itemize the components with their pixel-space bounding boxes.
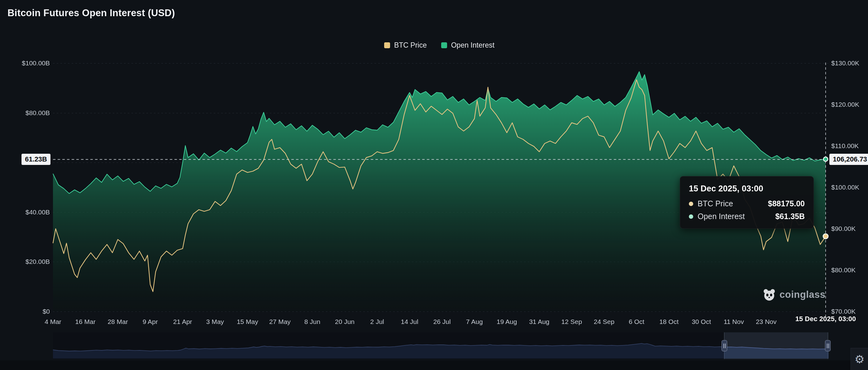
x-axis-label: 24 Sep bbox=[594, 318, 615, 326]
tooltip-row-label: Open Interest bbox=[698, 212, 745, 221]
tooltip-title: 15 Dec 2025, 03:00 bbox=[689, 184, 805, 194]
x-axis-label: 15 May bbox=[237, 318, 258, 326]
x-axis-label: 9 Apr bbox=[143, 318, 158, 326]
coinglass-chart-page: Bitcoin Futures Open Interest (USD) BTC … bbox=[0, 0, 868, 370]
x-axis-label: 19 Aug bbox=[497, 318, 517, 326]
x-axis-label: 2 Jul bbox=[370, 318, 384, 326]
crosshair-left-badge: 61.23B bbox=[22, 154, 51, 165]
gear-icon: ⚙ bbox=[855, 354, 865, 365]
x-axis-label: 12 Sep bbox=[561, 318, 582, 326]
tooltip-rows: BTC Price$88175.00Open Interest$61.35B bbox=[689, 199, 805, 221]
x-axis-label: 14 Jul bbox=[401, 318, 418, 326]
x-axis-label: 20 Jun bbox=[335, 318, 354, 326]
x-axis-label: 7 Aug bbox=[466, 318, 483, 326]
x-axis-label: 28 Mar bbox=[107, 318, 128, 326]
x-axis-label: 11 Nov bbox=[724, 318, 744, 326]
x-axis-label: 18 Oct bbox=[659, 318, 679, 326]
x-axis-label: 27 May bbox=[269, 318, 291, 326]
x-axis: 4 Mar16 Mar28 Mar9 Apr21 Apr3 May15 May2… bbox=[0, 0, 868, 330]
navigator-mask-left bbox=[53, 332, 724, 359]
x-axis-label: 26 Jul bbox=[433, 318, 451, 326]
tooltip-row-label: BTC Price bbox=[698, 199, 733, 208]
x-axis-label: 16 Mar bbox=[75, 318, 95, 326]
crosshair-right-badge: 106,206.73 bbox=[829, 154, 868, 165]
tooltip: 15 Dec 2025, 03:00 BTC Price$88175.00Ope… bbox=[680, 176, 814, 229]
bottom-strip bbox=[0, 360, 868, 370]
tooltip-row: Open Interest$61.35B bbox=[689, 212, 805, 221]
navigator-handle-left-icon[interactable] bbox=[721, 340, 727, 351]
coinglass-watermark: coinglass bbox=[762, 288, 826, 302]
x-axis-label: 8 Jun bbox=[304, 318, 320, 326]
x-axis-label: 23 Nov bbox=[756, 318, 777, 326]
x-axis-label: 30 Oct bbox=[692, 318, 711, 326]
settings-button[interactable]: ⚙ bbox=[850, 348, 868, 370]
navigator-selection[interactable] bbox=[724, 332, 828, 359]
x-axis-label: 21 Apr bbox=[173, 318, 192, 326]
tooltip-row-value: $88175.00 bbox=[768, 199, 805, 208]
tooltip-series-dot-icon bbox=[689, 202, 693, 206]
tooltip-row: BTC Price$88175.00 bbox=[689, 199, 805, 208]
x-axis-label: 4 Mar bbox=[44, 318, 61, 326]
navigator-handle-right-icon[interactable] bbox=[825, 340, 831, 351]
crosshair-date-label: 15 Dec 2025, 03:00 bbox=[796, 315, 856, 323]
tooltip-row-value: $61.35B bbox=[775, 212, 805, 221]
watermark-text: coinglass bbox=[779, 289, 826, 300]
x-axis-label: 6 Oct bbox=[629, 318, 644, 326]
coinglass-logo-icon bbox=[762, 288, 776, 302]
tooltip-series-dot-icon bbox=[689, 214, 693, 219]
x-axis-label: 31 Aug bbox=[529, 318, 549, 326]
x-axis-label: 3 May bbox=[206, 318, 224, 326]
